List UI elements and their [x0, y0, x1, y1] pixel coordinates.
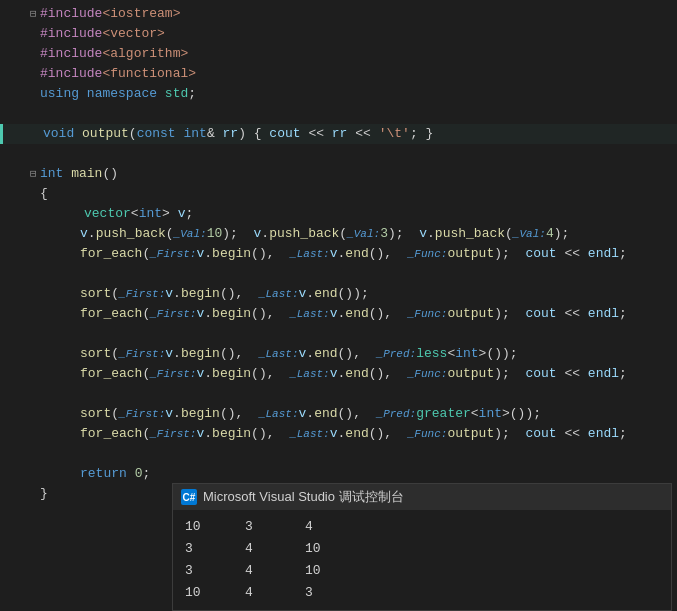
line-18: sort(_First:v.begin(), _Last:v.end(), _P…	[0, 344, 677, 364]
console-val: 4	[245, 560, 285, 582]
line-12: v.push_back(_Val:10); v.push_back(_Val:3…	[0, 224, 677, 244]
line-20	[0, 384, 677, 404]
code-text: void output(const int& rr) { cout << rr …	[39, 124, 677, 144]
console-val: 3	[305, 582, 345, 604]
line-24: return 0;	[0, 464, 677, 484]
console-icon-text: C#	[183, 492, 196, 503]
line-9: ⊟ int main()	[0, 164, 677, 184]
code-text: for_each(_First:v.begin(), _Last:v.end()…	[36, 424, 677, 444]
console-row-3: 3 4 10	[185, 560, 659, 582]
line-14	[0, 264, 677, 284]
code-text: sort(_First:v.begin(), _Last:v.end(), _P…	[36, 344, 677, 364]
console-val: 4	[245, 538, 285, 560]
line-10: {	[0, 184, 677, 204]
line-13: for_each(_First:v.begin(), _Last:v.end()…	[0, 244, 677, 264]
code-text: for_each(_First:v.begin(), _Last:v.end()…	[36, 304, 677, 324]
line-8	[0, 144, 677, 164]
console-val: 4	[245, 582, 285, 604]
line-21: sort(_First:v.begin(), _Last:v.end(), _P…	[0, 404, 677, 424]
console-val: 3	[245, 516, 285, 538]
line-11: vector<int> v;	[0, 204, 677, 224]
code-lines: ⊟ #include<iostream> #include<vector> #i…	[0, 0, 677, 508]
line-17	[0, 324, 677, 344]
code-text: v.push_back(_Val:10); v.push_back(_Val:3…	[36, 224, 677, 244]
code-text: #include<functional>	[36, 64, 677, 84]
code-editor: ⊟ #include<iostream> #include<vector> #i…	[0, 0, 677, 611]
line-6	[0, 104, 677, 124]
code-text	[36, 384, 677, 404]
code-text: #include<algorithm>	[36, 44, 677, 64]
console-row-1: 10 3 4	[185, 516, 659, 538]
code-text: #include<iostream>	[36, 4, 677, 24]
line-22: for_each(_First:v.begin(), _Last:v.end()…	[0, 424, 677, 444]
console-val: 3	[185, 538, 225, 560]
code-text: for_each(_First:v.begin(), _Last:v.end()…	[36, 244, 677, 264]
console-header: C# Microsoft Visual Studio 调试控制台	[173, 484, 671, 510]
code-text: {	[36, 184, 677, 204]
code-text: sort(_First:v.begin(), _Last:v.end());	[36, 284, 677, 304]
code-text: sort(_First:v.begin(), _Last:v.end(), _P…	[36, 404, 677, 424]
console-title: Microsoft Visual Studio 调试控制台	[203, 488, 404, 506]
console-val: 3	[185, 560, 225, 582]
line-19: for_each(_First:v.begin(), _Last:v.end()…	[0, 364, 677, 384]
line-23	[0, 444, 677, 464]
code-text: using namespace std;	[36, 84, 677, 104]
line-16: for_each(_First:v.begin(), _Last:v.end()…	[0, 304, 677, 324]
line-4: #include<functional>	[0, 64, 677, 84]
code-text	[36, 144, 677, 164]
code-text: return 0;	[36, 464, 677, 484]
code-text: #include<vector>	[36, 24, 677, 44]
console-val: 10	[305, 538, 345, 560]
line-7: void output(const int& rr) { cout << rr …	[0, 124, 677, 144]
console-row-4: 10 4 3	[185, 582, 659, 604]
console-row-2: 3 4 10	[185, 538, 659, 560]
line-3: #include<algorithm>	[0, 44, 677, 64]
line-2: #include<vector>	[0, 24, 677, 44]
console-val: 10	[305, 560, 345, 582]
code-text	[36, 444, 677, 464]
line-5: using namespace std;	[0, 84, 677, 104]
console-val: 10	[185, 582, 225, 604]
code-text: for_each(_First:v.begin(), _Last:v.end()…	[36, 364, 677, 384]
line-15: sort(_First:v.begin(), _Last:v.end());	[0, 284, 677, 304]
line-1: ⊟ #include<iostream>	[0, 4, 677, 24]
console-body: 10 3 4 3 4 10 3 4 10 10 4 3	[173, 510, 671, 610]
code-text: vector<int> v;	[40, 204, 677, 224]
code-text	[36, 104, 677, 124]
code-text: int main()	[36, 164, 677, 184]
console-icon: C#	[181, 489, 197, 505]
code-text	[36, 264, 677, 284]
code-text	[36, 324, 677, 344]
console-window: C# Microsoft Visual Studio 调试控制台 10 3 4 …	[172, 483, 672, 611]
console-val: 10	[185, 516, 225, 538]
console-val: 4	[305, 516, 345, 538]
